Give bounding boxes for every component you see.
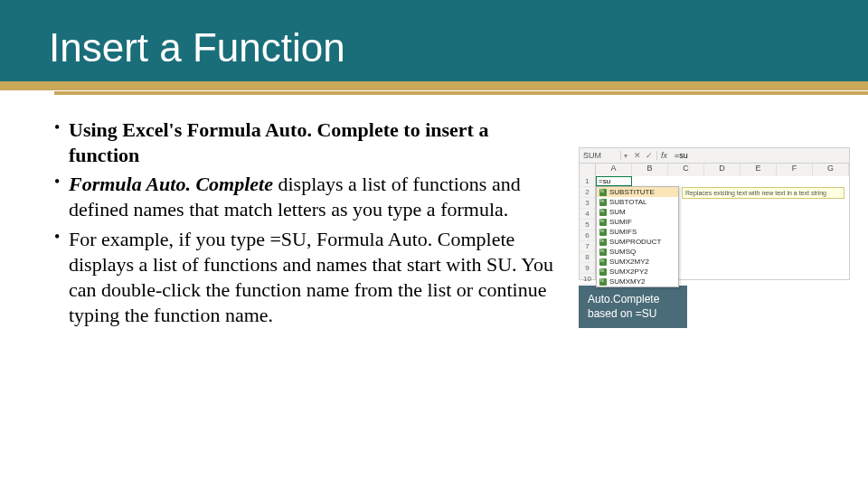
dropdown-item: SUMX2MY2: [597, 257, 678, 267]
check-icon: ✓: [646, 151, 653, 160]
slide-title: Insert a Function: [49, 25, 345, 70]
row-head: 3: [580, 198, 595, 209]
function-icon: [599, 239, 607, 246]
function-icon: [599, 189, 607, 196]
row-head: 7: [580, 241, 595, 252]
dropdown-item: SUMSQ: [597, 247, 678, 257]
excel-cell-area: =su SUBSTITUTE SUBTOTAL SUM SUMIF SUMIFS…: [596, 176, 849, 279]
bullet-1-text: Using Excel's Formula Auto. Complete to …: [69, 118, 488, 166]
content-block: Using Excel's Formula Auto. Complete to …: [54, 117, 561, 332]
excel-column-headers: A B C D E F G: [579, 164, 850, 176]
dropdown-item: SUMX2PY2: [597, 267, 678, 277]
excel-formula-bar: SUM ▾ ✕ ✓ fx =su: [579, 147, 850, 164]
excel-screenshot: SUM ▾ ✕ ✓ fx =su A B C D E F G 1 2 3 4: [579, 147, 850, 328]
row-head: 5: [580, 220, 595, 230]
dropdown-item: SUMIFS: [597, 227, 678, 237]
col-head: F: [777, 164, 813, 176]
screenshot-caption: Auto.Complete based on =SU: [579, 286, 687, 328]
col-head: C: [668, 164, 704, 176]
row-head: 6: [580, 230, 595, 241]
row-head: 1: [580, 176, 595, 187]
excel-name-box: SUM: [580, 151, 621, 160]
function-icon: [599, 268, 607, 276]
dropdown-item: SUBTOTAL: [597, 197, 678, 207]
accent-bar-thick: [0, 81, 868, 90]
function-icon: [599, 209, 607, 216]
active-cell: =su: [596, 176, 632, 186]
col-head: A: [596, 164, 632, 176]
excel-grid: 1 2 3 4 5 6 7 8 9 10 =su SUBSTITUTE SUBT…: [579, 176, 850, 280]
bullet-1: Using Excel's Formula Auto. Complete to …: [54, 117, 561, 168]
excel-row-headers: 1 2 3 4 5 6 7 8 9 10: [580, 176, 596, 279]
col-head: G: [813, 164, 849, 176]
row-head: 2: [580, 187, 595, 198]
function-icon: [599, 249, 607, 256]
dropdown-item: SUMPRODUCT: [597, 237, 678, 247]
function-icon: [599, 278, 607, 286]
slide: Insert a Function Using Excel's Formula …: [0, 0, 868, 488]
function-icon: [599, 219, 607, 226]
function-icon: [599, 229, 607, 236]
accent-bar-thin: [54, 91, 868, 95]
cancel-icon: ✕: [634, 151, 641, 160]
row-head: 10: [580, 274, 595, 285]
bullet-2-emph: Formula Auto. Complete: [69, 173, 273, 195]
bullet-3: For example, if you type =SU, Formula Au…: [54, 227, 561, 329]
row-head: 8: [580, 252, 595, 263]
excel-formula-text: =su: [671, 151, 692, 160]
excel-formula-icons: ✕ ✓: [630, 151, 657, 160]
dropdown-item: SUMIF: [597, 217, 678, 227]
bullet-2: Formula Auto. Complete displays a list o…: [54, 172, 561, 222]
bullet-3-text: For example, if you type =SU, Formula Au…: [69, 228, 553, 326]
chevron-down-icon: ▾: [621, 152, 630, 160]
col-head: E: [741, 164, 777, 176]
row-head: 4: [580, 209, 595, 220]
tooltip: Replaces existing text with new text in …: [682, 187, 844, 199]
function-icon: [599, 258, 607, 266]
autocomplete-dropdown: SUBSTITUTE SUBTOTAL SUM SUMIF SUMIFS SUM…: [596, 186, 679, 287]
row-head: 9: [580, 263, 595, 274]
fx-icon: fx: [657, 151, 671, 160]
function-icon: [599, 199, 607, 206]
dropdown-item: SUBSTITUTE: [597, 187, 678, 197]
col-head: D: [704, 164, 741, 176]
dropdown-item: SUM: [597, 207, 678, 217]
col-head: B: [632, 164, 668, 176]
dropdown-item: SUMXMY2: [597, 277, 678, 286]
